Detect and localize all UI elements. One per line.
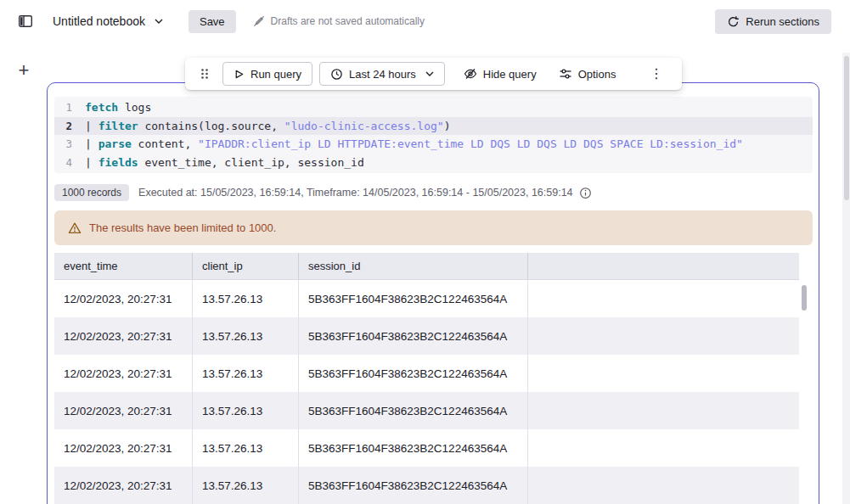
results-table: event_timeclient_ipsession_id 12/02/2023… [54, 253, 799, 504]
add-section-button[interactable]: + [13, 59, 35, 81]
column-header[interactable]: event_time [54, 253, 192, 279]
notebook-app: Untitled notebook Save Drafts are not sa… [0, 0, 850, 504]
column-header[interactable]: session_id [298, 253, 527, 279]
drag-handle-icon[interactable] [199, 67, 211, 81]
code-line[interactable]: 3| parse content, "IPADDR:client_ip LD H… [54, 135, 813, 154]
timeframe-button[interactable]: Last 24 hours [319, 62, 445, 86]
query-code: 1fetch logs2| filter contains(log.source… [54, 98, 813, 171]
play-icon [234, 69, 245, 80]
notebook-section: 1fetch logs2| filter contains(log.source… [47, 82, 819, 504]
table-cell [527, 280, 799, 317]
sidebar-panel-icon [18, 14, 33, 29]
notebook-title: Untitled notebook [53, 14, 145, 28]
table-cell: 13.57.26.13 [192, 429, 298, 467]
table-cell [527, 317, 799, 355]
table-cell: 5B363FF1604F38623B2C122463564A [298, 392, 527, 429]
table-cell: 12/02/2023, 20:27:31 [54, 317, 192, 355]
table-cell: 5B363FF1604F38623B2C122463564A [298, 280, 527, 317]
table-cell [527, 429, 799, 467]
table-row[interactable]: 12/02/2023, 20:27:3113.57.26.135B363FF16… [54, 280, 799, 317]
table-header: event_timeclient_ipsession_id [54, 253, 799, 280]
chevron-down-icon [155, 19, 163, 24]
status-row: 1000 records Executed at: 15/05/2023, 16… [54, 184, 592, 201]
sidebar-toggle-button[interactable] [14, 9, 37, 33]
notebook-title-menu[interactable]: Untitled notebook [53, 14, 163, 28]
table-cell: 13.57.26.13 [192, 280, 298, 317]
table-cell: 12/02/2023, 20:27:31 [54, 467, 192, 504]
chevron-down-icon [425, 71, 434, 76]
options-button[interactable]: Options [554, 63, 622, 85]
records-count-badge: 1000 records [54, 184, 129, 201]
options-label: Options [578, 68, 616, 81]
rerun-label: Rerun sections [746, 15, 819, 28]
page-scrollbar-thumb[interactable] [844, 56, 849, 200]
eye-slash-icon [464, 67, 477, 81]
table-scrollbar[interactable] [802, 285, 807, 311]
code-line[interactable]: 2| filter contains(log.source, "ludo-cli… [54, 117, 813, 136]
section-toolbar: Run query Last 24 hours Hide query [185, 58, 682, 90]
table-row[interactable]: 12/02/2023, 20:27:3113.57.26.135B363FF16… [54, 467, 799, 504]
hide-query-button[interactable]: Hide query [459, 63, 542, 85]
rerun-sections-button[interactable]: Rerun sections [715, 9, 831, 34]
notebook-canvas: + 1fetch logs2| filter contains(log.sour… [0, 42, 850, 504]
table-cell: 5B363FF1604F38623B2C122463564A [298, 317, 527, 355]
table-cell [527, 355, 799, 392]
table-row[interactable]: 12/02/2023, 20:27:3113.57.26.135B363FF16… [54, 429, 799, 467]
timeframe-label: Last 24 hours [349, 68, 416, 81]
code-text: | filter contains(log.source, "ludo-clin… [85, 117, 450, 136]
page-scrollbar[interactable] [842, 53, 850, 504]
column-header[interactable]: client_ip [192, 253, 298, 279]
table-row[interactable]: 12/02/2023, 20:27:3113.57.26.135B363FF16… [54, 317, 799, 355]
table-cell: 13.57.26.13 [192, 392, 298, 429]
save-button[interactable]: Save [189, 10, 236, 33]
table-cell: 5B363FF1604F38623B2C122463564A [298, 467, 527, 504]
line-number: 4 [54, 154, 85, 172]
draft-disabled-icon [253, 15, 265, 27]
drafts-note: Drafts are not saved automatically [271, 15, 425, 27]
table-cell: 12/02/2023, 20:27:31 [54, 355, 192, 392]
table-cell: 5B363FF1604F38623B2C122463564A [298, 355, 527, 392]
table-cell [527, 467, 799, 504]
column-header[interactable] [527, 253, 799, 279]
hide-query-label: Hide query [483, 68, 537, 81]
sliders-icon [559, 67, 572, 81]
table-row[interactable]: 12/02/2023, 20:27:3113.57.26.135B363FF16… [54, 392, 799, 429]
code-line[interactable]: 4| fields event_time, client_ip, session… [54, 154, 813, 172]
drafts-indicator: Drafts are not saved automatically [253, 15, 425, 27]
line-number: 1 [54, 98, 85, 117]
table-row[interactable]: 12/02/2023, 20:27:3113.57.26.135B363FF16… [54, 355, 799, 392]
table-cell: 13.57.26.13 [192, 317, 298, 355]
table-cell [527, 392, 799, 429]
table-cell: 13.57.26.13 [192, 355, 298, 392]
info-icon[interactable] [579, 187, 592, 199]
top-bar: Untitled notebook Save Drafts are not sa… [0, 0, 850, 42]
code-line[interactable]: 1fetch logs [54, 98, 813, 117]
code-text: | fields event_time, client_ip, session_… [85, 154, 364, 172]
run-query-label: Run query [250, 68, 301, 81]
clock-icon [330, 68, 343, 81]
line-number: 2 [54, 117, 85, 136]
code-text: | parse content, "IPADDR:client_ip LD HT… [85, 135, 743, 154]
table-body: 12/02/2023, 20:27:3113.57.26.135B363FF16… [54, 280, 799, 504]
table-cell: 12/02/2023, 20:27:31 [54, 280, 192, 317]
query-editor[interactable]: 1fetch logs2| filter contains(log.source… [54, 97, 813, 173]
execution-info: Executed at: 15/05/2023, 16:59:14, Timef… [138, 187, 573, 199]
more-options-button[interactable]: ⋮ [645, 65, 668, 82]
warning-text: The results have been limited to 1000. [89, 221, 276, 234]
table-cell: 13.57.26.13 [192, 467, 298, 504]
table-cell: 12/02/2023, 20:27:31 [54, 429, 192, 467]
table-cell: 12/02/2023, 20:27:31 [54, 392, 192, 429]
code-text: fetch logs [85, 98, 151, 117]
run-query-button[interactable]: Run query [222, 62, 312, 86]
warning-icon [68, 221, 82, 235]
warning-banner: The results have been limited to 1000. [54, 210, 813, 245]
line-number: 3 [54, 135, 85, 154]
refresh-icon [727, 15, 740, 28]
table-cell: 5B363FF1604F38623B2C122463564A [298, 429, 527, 467]
